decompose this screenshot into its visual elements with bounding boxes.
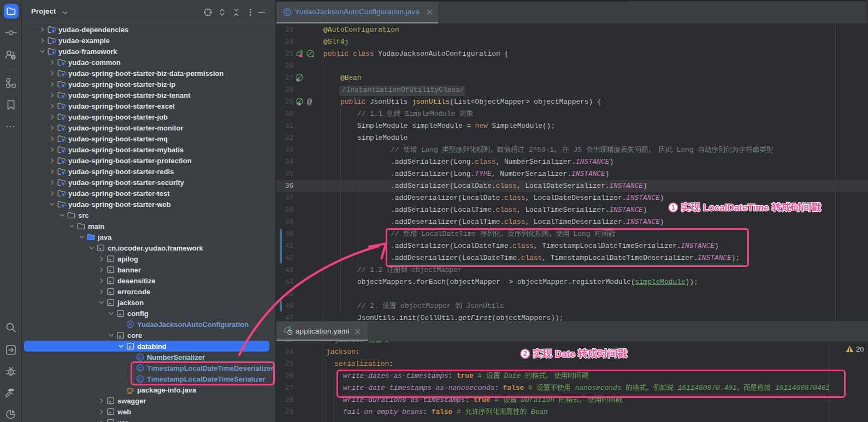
- svg-text:1: 1: [671, 204, 675, 211]
- svg-text:Date: Date: [552, 349, 577, 359]
- svg-text:2: 2: [523, 350, 527, 358]
- svg-text:LocalDateTime: LocalDateTime: [700, 203, 771, 213]
